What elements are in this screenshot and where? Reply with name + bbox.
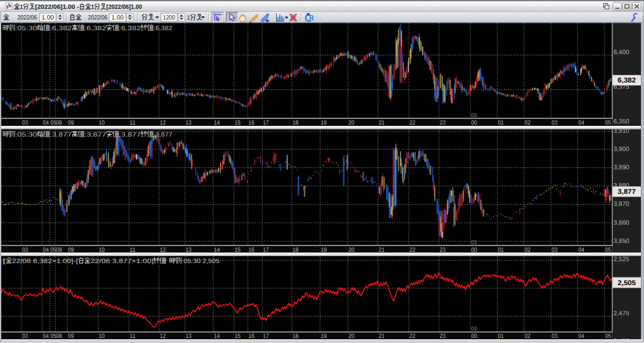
svg-text:14: 14	[214, 247, 220, 254]
svg-text:03: 03	[552, 333, 558, 340]
svg-text:13: 13	[186, 120, 192, 127]
svg-text:15: 15	[235, 333, 241, 340]
svg-text:22: 22	[409, 120, 416, 127]
svg-text:23: 23	[440, 120, 446, 127]
svg-text:11: 11	[130, 120, 136, 127]
svg-text:09: 09	[68, 120, 74, 127]
svg-text::6,382: :6,382	[119, 25, 142, 32]
svg-text:1: 1	[187, 14, 190, 21]
svg-text:22: 22	[409, 247, 416, 254]
svg-text:17: 17	[263, 247, 269, 254]
svg-text:10: 10	[99, 120, 105, 127]
svg-text:21: 21	[379, 333, 385, 340]
svg-text:12: 12	[160, 247, 166, 254]
svg-text:23: 23	[440, 247, 446, 254]
svg-text::05:30: :05:30	[15, 132, 38, 138]
svg-text:15: 15	[235, 120, 241, 127]
svg-text:3,860: 3,860	[614, 220, 630, 227]
svg-text:03: 03	[22, 333, 28, 340]
svg-text:02: 02	[525, 333, 531, 340]
svg-text:01: 01	[498, 247, 504, 254]
svg-text:03: 03	[552, 120, 558, 127]
svg-text:02: 02	[525, 247, 531, 254]
svg-text:2,475: 2,475	[614, 310, 630, 317]
svg-text:00: 00	[471, 333, 477, 340]
svg-text:09: 09	[68, 247, 74, 254]
svg-text:05: 05	[605, 333, 611, 340]
svg-text:16: 16	[248, 333, 255, 340]
svg-text:16: 16	[248, 247, 255, 254]
svg-text:[: [	[3, 258, 6, 265]
svg-text:13: 13	[186, 333, 192, 340]
svg-text:22: 22	[409, 333, 416, 340]
svg-text:1200: 1200	[163, 14, 175, 21]
svg-text:00: 00	[471, 120, 477, 127]
svg-text:14: 14	[214, 120, 220, 127]
svg-text:05: 05	[605, 247, 611, 254]
svg-text::3,877: :3,877	[84, 132, 107, 138]
svg-text:11: 11	[130, 247, 136, 254]
svg-text:3,850: 3,850	[614, 238, 630, 245]
svg-text:17: 17	[263, 333, 269, 340]
svg-text:03: 03	[471, 325, 477, 332]
svg-text::6,382: :6,382	[84, 25, 107, 32]
svg-text:19: 19	[321, 247, 327, 254]
svg-text:1.00: 1.00	[111, 14, 124, 21]
svg-text:13: 13	[186, 247, 192, 254]
svg-text::05:30: :05:30	[15, 25, 38, 32]
svg-text:11: 11	[130, 333, 136, 340]
svg-text:04: 04	[43, 247, 49, 254]
svg-text:12: 12	[160, 120, 166, 127]
svg-text:19: 19	[321, 333, 327, 340]
svg-text:20: 20	[348, 247, 355, 254]
svg-text::6,382: :6,382	[50, 25, 72, 32]
svg-text:09: 09	[68, 333, 74, 340]
svg-text:10: 10	[99, 333, 105, 340]
svg-text:18: 18	[292, 333, 299, 340]
svg-text:14: 14	[214, 333, 220, 340]
svg-text:08: 08	[56, 120, 62, 127]
svg-text:03: 03	[552, 247, 558, 254]
svg-text:6,350: 6,350	[614, 118, 630, 125]
svg-text::3,877: :3,877	[153, 132, 172, 138]
svg-text:08: 08	[56, 333, 62, 340]
svg-text:20: 20	[348, 120, 355, 127]
svg-text::3,877: :3,877	[119, 132, 142, 138]
svg-text:2,525: 2,525	[614, 256, 630, 263]
svg-text:2022/06: 2022/06	[18, 14, 37, 21]
svg-text:2022/06: 2022/06	[88, 14, 108, 21]
svg-text:23: 23	[440, 333, 446, 340]
svg-text::3,877: :3,877	[50, 132, 72, 138]
svg-text:2,505: 2,505	[618, 279, 636, 287]
svg-text:6,400: 6,400	[614, 49, 630, 56]
svg-text:01: 01	[498, 333, 504, 340]
svg-text:3,877: 3,877	[618, 188, 636, 196]
svg-text:04: 04	[579, 120, 585, 127]
svg-text:1.00: 1.00	[42, 14, 54, 21]
svg-text:3,870: 3,870	[614, 201, 630, 208]
svg-text:03: 03	[22, 247, 28, 254]
svg-text:04: 04	[579, 333, 585, 340]
svg-text:18: 18	[292, 120, 299, 127]
svg-text:15: 15	[235, 247, 241, 254]
svg-text:12: 12	[160, 333, 166, 340]
svg-text:3,890: 3,890	[614, 164, 630, 171]
svg-text:3,910: 3,910	[614, 128, 630, 135]
svg-text:05: 05	[605, 120, 611, 127]
svg-text:03: 03	[471, 239, 477, 245]
svg-text:04: 04	[43, 333, 49, 340]
svg-text:22/06 6,382×1.00]-[: 22/06 6,382×1.00]-[	[12, 258, 78, 265]
svg-text:17: 17	[263, 120, 269, 127]
svg-text::05:30 2,505: :05:30 2,505	[182, 258, 219, 265]
svg-text:22/06 3,877×1.00]: 22/06 3,877×1.00]	[91, 258, 153, 265]
svg-text:[2022/06]1.00 -: [2022/06]1.00 -	[35, 4, 79, 11]
svg-text:04: 04	[43, 120, 49, 127]
svg-text:03: 03	[471, 112, 477, 118]
svg-text:21: 21	[379, 247, 385, 254]
svg-text:02: 02	[525, 120, 531, 127]
svg-text:04: 04	[579, 247, 585, 254]
svg-text:18: 18	[292, 247, 299, 254]
svg-text:20: 20	[348, 333, 355, 340]
svg-text:00: 00	[471, 247, 477, 254]
svg-text:03: 03	[22, 120, 28, 127]
